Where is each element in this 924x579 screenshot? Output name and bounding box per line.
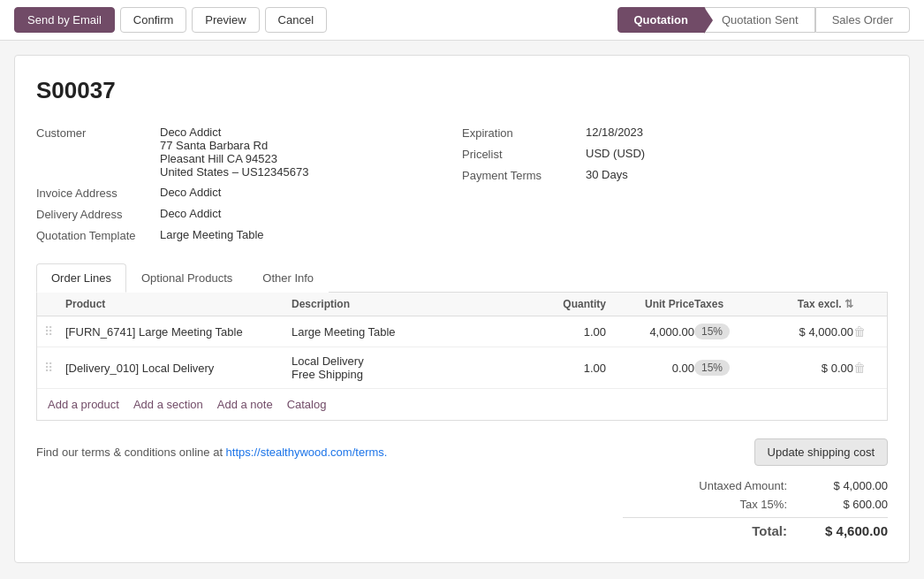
taxes-cell: 15% [694,360,765,376]
customer-label: Customer [36,126,160,140]
payment-terms-value: 30 Days [586,168,628,181]
invoice-address-value: Deco Addict [160,186,221,199]
customer-value: Deco Addict 77 Santa Barbara Rd Pleasant… [160,126,308,179]
product-cell: [FURN_6741] Large Meeting Table [65,325,292,339]
tab-other-info[interactable]: Other Info [247,263,329,293]
tab-order-lines[interactable]: Order Lines [36,263,126,293]
form-grid: Customer Deco Addict 77 Santa Barbara Rd… [36,122,888,246]
customer-addr3: United States – US12345673 [160,165,308,179]
tax-label: Tax 15%: [681,498,787,511]
add-note-link[interactable]: Add a note [217,398,273,411]
unit-price-cell: 4,000.00 [606,325,694,339]
payment-terms-label: Payment Terms [462,168,586,182]
tax-excl-col-header: Tax excl. ⇅ [765,298,853,310]
description-cell: Large Meeting Table [292,325,518,339]
pricelist-value: USD (USD) [586,147,645,160]
invoice-address-row: Invoice Address Deco Addict [36,182,462,203]
pricelist-row: Pricelist USD (USD) [462,143,888,164]
customer-addr2: Pleasant Hill CA 94523 [160,152,308,165]
delete-row-button[interactable]: 🗑 [853,361,866,375]
taxes-col-header: Taxes [694,298,765,310]
sort-icon[interactable]: ⇅ [844,298,853,310]
right-fields: Expiration 12/18/2023 Pricelist USD (USD… [462,122,888,246]
total-value: $ 4,600.00 [808,523,888,538]
step-quotation-sent[interactable]: Quotation Sent [705,7,815,33]
cancel-button[interactable]: Cancel [265,7,327,33]
quantity-cell: 1.00 [518,362,606,375]
total-row: Total: $ 4,600.00 [623,517,888,541]
tabs: Order Lines Optional Products Other Info [36,263,888,293]
untaxed-amount-row: Untaxed Amount: $ 4,000.00 [623,476,888,495]
delete-cell: 🗑 [853,361,880,375]
left-fields: Customer Deco Addict 77 Santa Barbara Rd… [36,122,462,246]
terms-text: Find our terms & conditions online at ht… [36,446,387,459]
drag-handle[interactable]: ⠿ [44,361,65,375]
delete-cell: 🗑 [853,324,880,339]
quantity-col-header: Quantity [518,298,606,310]
tax-badge: 15% [694,360,730,376]
catalog-link[interactable]: Catalog [287,398,327,411]
tax-value: $ 600.00 [808,498,888,511]
delivery-address-label: Delivery Address [36,207,160,221]
tax-row: Tax 15%: $ 600.00 [623,495,888,514]
customer-addr1: 77 Santa Barbara Rd [160,139,308,152]
add-section-link[interactable]: Add a section [133,398,203,411]
delete-row-button[interactable]: 🗑 [853,324,866,339]
tax-excl-cell: $ 0.00 [765,362,853,375]
step-sales-order[interactable]: Sales Order [815,7,910,33]
product-col-header: Product [65,298,292,310]
taxes-cell: 15% [694,324,765,339]
payment-terms-row: Payment Terms 30 Days [462,164,888,186]
actions-row: Add a product Add a section Add a note C… [37,389,887,420]
confirm-button[interactable]: Confirm [120,7,187,33]
expiration-row: Expiration 12/18/2023 [462,122,888,143]
table-row: ⠿ [Delivery_010] Local Delivery Local De… [37,347,887,389]
main-content: S00037 Customer Deco Addict 77 Santa Bar… [14,55,910,563]
expiration-label: Expiration [462,126,586,140]
order-lines-table: Product Description Quantity Unit Price … [36,293,888,421]
customer-field-row: Customer Deco Addict 77 Santa Barbara Rd… [36,122,462,182]
table-header: Product Description Quantity Unit Price … [37,293,887,316]
tax-excl-cell: $ 4,000.00 [765,325,853,339]
invoice-address-label: Invoice Address [36,186,160,200]
product-cell: [Delivery_010] Local Delivery [65,362,292,375]
unit-price-cell: 0.00 [606,362,694,375]
untaxed-label: Untaxed Amount: [681,479,787,492]
step-quotation[interactable]: Quotation [617,7,705,33]
drag-handle[interactable]: ⠿ [44,324,65,339]
preview-button[interactable]: Preview [192,7,259,33]
description-cell: Local Delivery Free Shipping [292,354,518,381]
quotation-template-row: Quotation Template Large Meeting Table [36,225,462,246]
expiration-value: 12/18/2023 [586,126,643,139]
delivery-address-value: Deco Addict [160,207,221,220]
quantity-cell: 1.00 [518,325,606,339]
quotation-template-value: Large Meeting Table [160,228,264,241]
pricelist-label: Pricelist [462,147,586,161]
delivery-address-row: Delivery Address Deco Addict [36,203,462,225]
bottom-area: Find our terms & conditions online at ht… [36,438,888,541]
total-label: Total: [681,523,787,538]
status-steps: Quotation Quotation Sent Sales Order [617,7,911,33]
document-title: S00037 [36,77,888,104]
table-row: ⠿ [FURN_6741] Large Meeting Table Large … [37,316,887,347]
send-by-email-button[interactable]: Send by Email [14,7,115,33]
customer-name: Deco Addict [160,126,221,139]
add-product-link[interactable]: Add a product [48,398,119,411]
description-col-header: Description [292,298,518,310]
totals-table: Untaxed Amount: $ 4,000.00 Tax 15%: $ 60… [623,476,888,541]
tab-optional-products[interactable]: Optional Products [126,263,247,293]
top-bar: Send by Email Confirm Preview Cancel Quo… [0,0,924,41]
terms-link[interactable]: https://stealthywood.com/terms. [226,446,388,459]
untaxed-value: $ 4,000.00 [808,479,888,492]
quotation-template-label: Quotation Template [36,228,160,242]
tax-badge: 15% [694,324,730,339]
update-shipping-button[interactable]: Update shipping cost [754,438,888,466]
totals-area: Update shipping cost Untaxed Amount: $ 4… [623,438,888,541]
unit-price-col-header: Unit Price [606,298,694,310]
